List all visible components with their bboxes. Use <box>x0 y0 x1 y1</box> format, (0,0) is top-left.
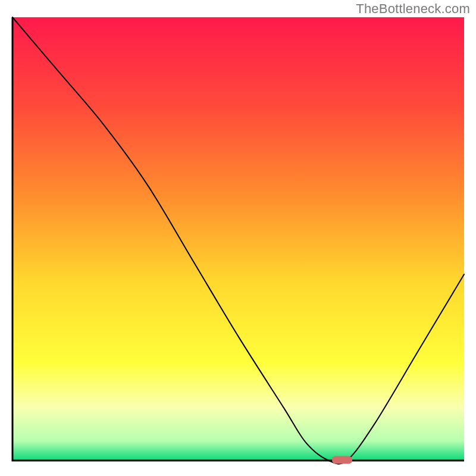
optimal-point-marker <box>332 456 352 464</box>
bottleneck-curve-plot <box>0 0 476 476</box>
chart-container: TheBottleneck.com <box>0 0 476 476</box>
plot-background <box>12 17 464 461</box>
watermark-text: TheBottleneck.com <box>356 1 470 17</box>
